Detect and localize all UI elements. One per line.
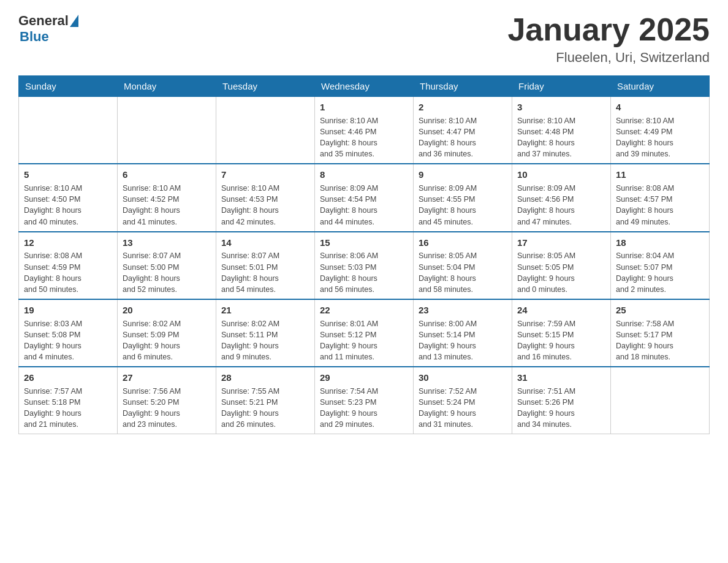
calendar-cell: 16Sunrise: 8:05 AM Sunset: 5:04 PM Dayli… xyxy=(414,232,512,299)
day-of-week-header: Saturday xyxy=(611,76,710,97)
day-number: 16 xyxy=(419,236,507,250)
day-info: Sunrise: 8:10 AM Sunset: 4:50 PM Dayligh… xyxy=(24,183,112,228)
day-info: Sunrise: 8:07 AM Sunset: 5:01 PM Dayligh… xyxy=(221,250,309,295)
calendar-week-row: 26Sunrise: 7:57 AM Sunset: 5:18 PM Dayli… xyxy=(19,367,710,434)
day-info: Sunrise: 8:02 AM Sunset: 5:11 PM Dayligh… xyxy=(221,318,309,363)
calendar-cell xyxy=(611,367,710,434)
day-number: 7 xyxy=(221,168,309,182)
day-info: Sunrise: 7:51 AM Sunset: 5:26 PM Dayligh… xyxy=(517,386,605,431)
day-number: 17 xyxy=(517,236,605,250)
calendar-week-row: 5Sunrise: 8:10 AM Sunset: 4:50 PM Daylig… xyxy=(19,164,710,231)
day-info: Sunrise: 7:52 AM Sunset: 5:24 PM Dayligh… xyxy=(419,386,507,431)
calendar-cell xyxy=(118,97,216,164)
calendar-cell: 23Sunrise: 8:00 AM Sunset: 5:14 PM Dayli… xyxy=(414,299,512,367)
day-number: 12 xyxy=(24,236,112,250)
calendar-cell: 19Sunrise: 8:03 AM Sunset: 5:08 PM Dayli… xyxy=(19,299,118,367)
day-info: Sunrise: 8:10 AM Sunset: 4:53 PM Dayligh… xyxy=(221,183,309,228)
calendar-table: SundayMondayTuesdayWednesdayThursdayFrid… xyxy=(18,75,710,434)
logo: General Blue xyxy=(18,12,86,44)
day-info: Sunrise: 8:09 AM Sunset: 4:54 PM Dayligh… xyxy=(320,183,408,228)
day-info: Sunrise: 7:56 AM Sunset: 5:20 PM Dayligh… xyxy=(123,386,211,431)
calendar-cell: 31Sunrise: 7:51 AM Sunset: 5:26 PM Dayli… xyxy=(512,367,611,434)
logo-blue-text: Blue xyxy=(20,29,86,44)
day-info: Sunrise: 7:59 AM Sunset: 5:15 PM Dayligh… xyxy=(517,318,605,363)
day-number: 28 xyxy=(221,371,309,385)
calendar-cell: 18Sunrise: 8:04 AM Sunset: 5:07 PM Dayli… xyxy=(611,232,710,299)
day-number: 6 xyxy=(123,168,211,182)
calendar-cell: 14Sunrise: 8:07 AM Sunset: 5:01 PM Dayli… xyxy=(216,232,315,299)
day-info: Sunrise: 8:00 AM Sunset: 5:14 PM Dayligh… xyxy=(419,318,507,363)
page-header: General Blue January 2025 Flueelen, Uri,… xyxy=(18,12,710,66)
day-of-week-header: Thursday xyxy=(414,76,512,97)
day-number: 23 xyxy=(419,304,507,317)
calendar-cell: 1Sunrise: 8:10 AM Sunset: 4:46 PM Daylig… xyxy=(315,97,414,164)
day-info: Sunrise: 8:10 AM Sunset: 4:47 PM Dayligh… xyxy=(419,115,507,160)
day-number: 31 xyxy=(517,371,605,385)
day-number: 14 xyxy=(221,236,309,250)
calendar-cell: 15Sunrise: 8:06 AM Sunset: 5:03 PM Dayli… xyxy=(315,232,414,299)
calendar-cell xyxy=(19,97,118,164)
calendar-cell: 10Sunrise: 8:09 AM Sunset: 4:56 PM Dayli… xyxy=(512,164,611,231)
day-number: 3 xyxy=(517,101,605,114)
day-info: Sunrise: 7:55 AM Sunset: 5:21 PM Dayligh… xyxy=(221,386,309,431)
calendar-cell: 30Sunrise: 7:52 AM Sunset: 5:24 PM Dayli… xyxy=(414,367,512,434)
day-number: 10 xyxy=(517,168,605,182)
day-info: Sunrise: 8:10 AM Sunset: 4:48 PM Dayligh… xyxy=(517,115,605,160)
day-of-week-header: Monday xyxy=(118,76,216,97)
day-info: Sunrise: 8:07 AM Sunset: 5:00 PM Dayligh… xyxy=(123,250,211,295)
day-number: 18 xyxy=(616,236,704,250)
day-info: Sunrise: 7:57 AM Sunset: 5:18 PM Dayligh… xyxy=(24,386,112,431)
day-info: Sunrise: 8:02 AM Sunset: 5:09 PM Dayligh… xyxy=(123,318,211,363)
calendar-cell: 6Sunrise: 8:10 AM Sunset: 4:52 PM Daylig… xyxy=(118,164,216,231)
day-info: Sunrise: 8:09 AM Sunset: 4:56 PM Dayligh… xyxy=(517,183,605,228)
calendar-subtitle: Flueelen, Uri, Switzerland xyxy=(507,50,710,66)
day-of-week-header: Friday xyxy=(512,76,611,97)
calendar-week-row: 19Sunrise: 8:03 AM Sunset: 5:08 PM Dayli… xyxy=(19,299,710,367)
day-info: Sunrise: 8:04 AM Sunset: 5:07 PM Dayligh… xyxy=(616,250,704,295)
day-info: Sunrise: 8:06 AM Sunset: 5:03 PM Dayligh… xyxy=(320,250,408,295)
day-number: 24 xyxy=(517,304,605,317)
calendar-cell: 29Sunrise: 7:54 AM Sunset: 5:23 PM Dayli… xyxy=(315,367,414,434)
day-info: Sunrise: 8:08 AM Sunset: 4:57 PM Dayligh… xyxy=(616,183,704,228)
day-number: 9 xyxy=(419,168,507,182)
calendar-cell xyxy=(216,97,315,164)
day-info: Sunrise: 7:54 AM Sunset: 5:23 PM Dayligh… xyxy=(320,386,408,431)
day-info: Sunrise: 8:10 AM Sunset: 4:52 PM Dayligh… xyxy=(123,183,211,228)
calendar-cell: 12Sunrise: 8:08 AM Sunset: 4:59 PM Dayli… xyxy=(19,232,118,299)
day-info: Sunrise: 8:10 AM Sunset: 4:46 PM Dayligh… xyxy=(320,115,408,160)
calendar-cell: 4Sunrise: 8:10 AM Sunset: 4:49 PM Daylig… xyxy=(611,97,710,164)
calendar-cell: 25Sunrise: 7:58 AM Sunset: 5:17 PM Dayli… xyxy=(611,299,710,367)
day-number: 27 xyxy=(123,371,211,385)
logo-general-text: General xyxy=(18,13,69,28)
day-number: 8 xyxy=(320,168,408,182)
title-block: January 2025 Flueelen, Uri, Switzerland xyxy=(507,12,710,66)
calendar-cell: 9Sunrise: 8:09 AM Sunset: 4:55 PM Daylig… xyxy=(414,164,512,231)
day-info: Sunrise: 8:10 AM Sunset: 4:49 PM Dayligh… xyxy=(616,115,704,160)
day-number: 4 xyxy=(616,101,704,114)
calendar-cell: 7Sunrise: 8:10 AM Sunset: 4:53 PM Daylig… xyxy=(216,164,315,231)
calendar-cell: 24Sunrise: 7:59 AM Sunset: 5:15 PM Dayli… xyxy=(512,299,611,367)
day-number: 13 xyxy=(123,236,211,250)
day-of-week-header: Tuesday xyxy=(216,76,315,97)
day-info: Sunrise: 8:08 AM Sunset: 4:59 PM Dayligh… xyxy=(24,250,112,295)
day-number: 22 xyxy=(320,304,408,317)
calendar-cell: 13Sunrise: 8:07 AM Sunset: 5:00 PM Dayli… xyxy=(118,232,216,299)
day-number: 30 xyxy=(419,371,507,385)
day-number: 15 xyxy=(320,236,408,250)
day-of-week-header: Sunday xyxy=(19,76,118,97)
calendar-cell: 27Sunrise: 7:56 AM Sunset: 5:20 PM Dayli… xyxy=(118,367,216,434)
calendar-title: January 2025 xyxy=(507,12,710,47)
logo-triangle-icon xyxy=(69,12,86,29)
day-info: Sunrise: 8:05 AM Sunset: 5:05 PM Dayligh… xyxy=(517,250,605,295)
day-info: Sunrise: 8:09 AM Sunset: 4:55 PM Dayligh… xyxy=(419,183,507,228)
day-number: 19 xyxy=(24,304,112,317)
day-info: Sunrise: 8:03 AM Sunset: 5:08 PM Dayligh… xyxy=(24,318,112,363)
calendar-cell: 22Sunrise: 8:01 AM Sunset: 5:12 PM Dayli… xyxy=(315,299,414,367)
calendar-week-row: 12Sunrise: 8:08 AM Sunset: 4:59 PM Dayli… xyxy=(19,232,710,299)
calendar-cell: 5Sunrise: 8:10 AM Sunset: 4:50 PM Daylig… xyxy=(19,164,118,231)
day-of-week-header: Wednesday xyxy=(315,76,414,97)
calendar-cell: 21Sunrise: 8:02 AM Sunset: 5:11 PM Dayli… xyxy=(216,299,315,367)
calendar-cell: 20Sunrise: 8:02 AM Sunset: 5:09 PM Dayli… xyxy=(118,299,216,367)
day-number: 5 xyxy=(24,168,112,182)
calendar-header-row: SundayMondayTuesdayWednesdayThursdayFrid… xyxy=(19,76,710,97)
